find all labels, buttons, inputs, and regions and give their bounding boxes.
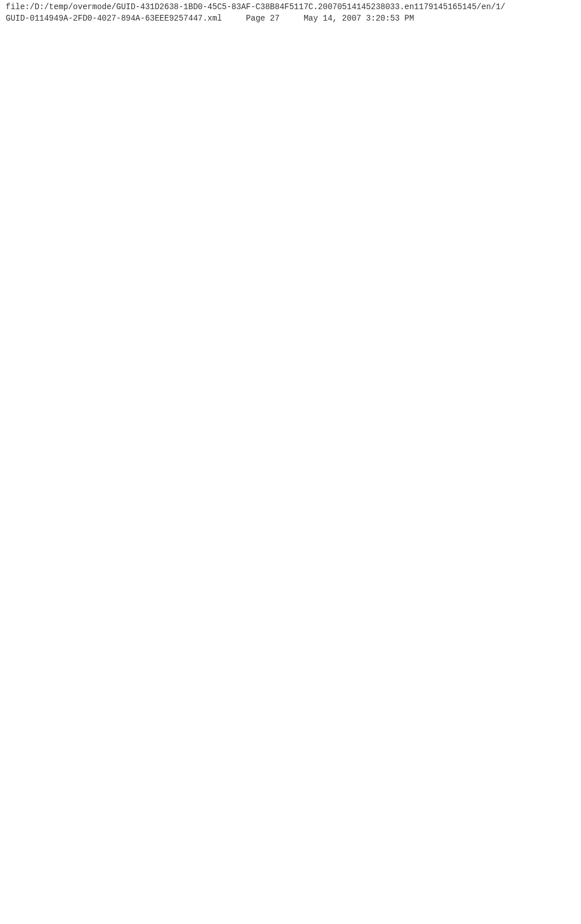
file-name: GUID-0114949A-2FD0-4027-894A-63EEE925744…	[6, 14, 222, 23]
file-path-line1: file:/D:/temp/overmode/GUID-431D2638-1BD…	[0, 0, 581, 11]
page-label: Page 27	[246, 14, 280, 23]
print-date: May 14, 2007 3:20:53 PM	[304, 14, 414, 23]
file-path-line2: GUID-0114949A-2FD0-4027-894A-63EEE925744…	[0, 11, 581, 23]
